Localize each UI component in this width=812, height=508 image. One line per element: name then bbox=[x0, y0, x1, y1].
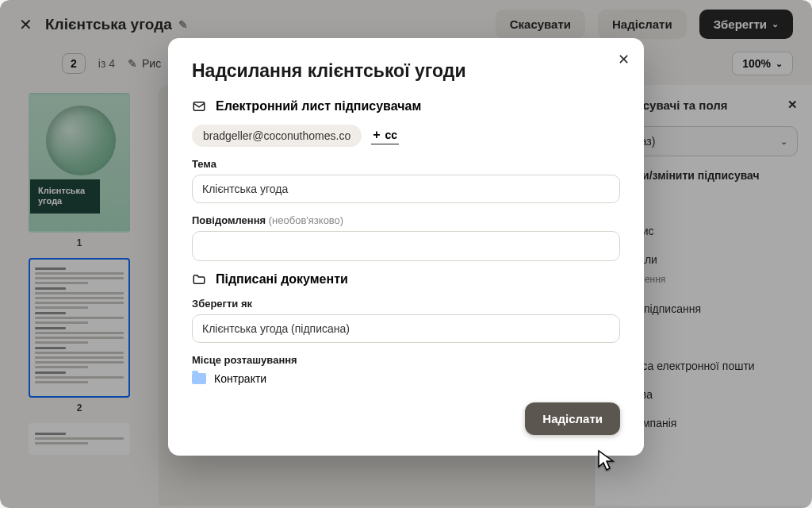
folder-icon bbox=[192, 373, 206, 384]
modal-title: Надсилання клієнтської угоди bbox=[192, 60, 620, 82]
subject-input[interactable] bbox=[192, 175, 620, 203]
email-section-title: Електронний лист підписувачам bbox=[216, 99, 421, 114]
location-folder[interactable]: Контракти bbox=[192, 372, 620, 385]
modal-send-button[interactable]: Надіслати bbox=[525, 402, 620, 435]
message-label: Повідомлення (необов'язково) bbox=[192, 214, 620, 226]
folder-name: Контракти bbox=[214, 372, 266, 385]
docs-section-title: Підписані документи bbox=[216, 272, 348, 287]
recipient-chip[interactable]: bradgeller@coconuthomes.co bbox=[192, 125, 362, 147]
add-cc-button[interactable]: + cc bbox=[371, 127, 399, 144]
subject-label: Тема bbox=[192, 158, 620, 170]
saveas-label: Зберегти як bbox=[192, 298, 620, 310]
location-label: Місце розташування bbox=[192, 354, 620, 366]
folder-outline-icon bbox=[192, 272, 206, 287]
modal-close-icon[interactable]: ✕ bbox=[618, 51, 630, 68]
cc-label: cc bbox=[385, 129, 398, 141]
envelope-icon bbox=[192, 99, 206, 114]
message-input[interactable] bbox=[192, 231, 620, 261]
plus-icon: + bbox=[373, 129, 380, 141]
saveas-input[interactable] bbox=[192, 314, 620, 343]
send-modal: ✕ Надсилання клієнтської угоди Електронн… bbox=[168, 38, 644, 456]
